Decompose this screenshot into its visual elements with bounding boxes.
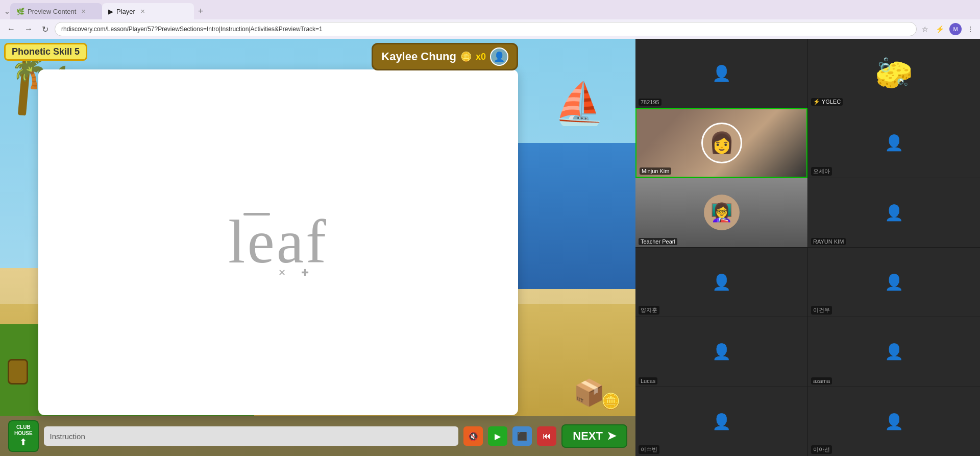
mute-icon: 🔇 (468, 431, 478, 441)
user-name-display: Kaylee Chung (381, 50, 456, 63)
participant-name-minjun: Minjun Kim (640, 167, 671, 175)
participant-cell-leeahsun: 👤 이아선 (808, 387, 980, 456)
participant-name-782195: 782195 (639, 99, 662, 106)
participant-name-leeshubin: 이슈빈 (639, 445, 659, 454)
participant-avatar-yangjihun: 👤 (712, 273, 731, 291)
participant-name-lucas: Lucas (639, 377, 657, 385)
phonetic-skill-label: Phonetic Skill 5 (12, 46, 80, 57)
tab-favicon-1: 🌿 (16, 8, 24, 15)
nav-bar: ← → ↻ ☆ ⚡ M ⋮ (0, 19, 980, 39)
participant-name-azama: azama (811, 377, 832, 385)
participant-cell-yangjihun: 👤 양지훈 (635, 248, 807, 317)
participant-cell-rayun: 👤 RAYUN KIM (808, 178, 980, 247)
pearl-avatar: 👩‍🏫 (704, 195, 740, 230)
treasure-chest: 📦 (573, 378, 605, 407)
next-label: NEXT (573, 429, 603, 443)
next-button[interactable]: NEXT ➤ (561, 424, 627, 448)
tab-close-2[interactable]: ✕ (140, 8, 145, 15)
play-icon: ▶ (495, 431, 501, 441)
clubhouse-label: CLUBHOUSE (14, 424, 33, 437)
participant-avatar-leeahsun: 👤 (885, 413, 903, 430)
tab-label-1: Preview Content (28, 8, 76, 15)
stop-icon: ⬛ (517, 431, 527, 441)
participant-cell-teacher-pearl: 👩‍🏫 Teacher Pearl (635, 178, 807, 247)
main-layout: 🌴 🌴 ⛵ 🏴‍☠️ 🪣 📦 🪙 Phonetic Skill 5 (0, 39, 980, 456)
participant-name-leeahsun: 이아선 (811, 445, 832, 454)
word-text: leaf (228, 207, 328, 277)
participant-name-pearl: Teacher Pearl (639, 238, 677, 245)
tab-label-2: Player (116, 8, 135, 15)
word-display: leaf ✕ ✚ (228, 207, 328, 278)
forward-button[interactable]: → (21, 23, 36, 35)
bottom-control-bar: CLUBHOUSE ⬆ Instruction 🔇 ▶ ⬛ ⏮ NEX (0, 416, 635, 456)
tab-favicon-2: ▶ (108, 8, 113, 15)
participant-cell-leegunu: 👤 이건우 (808, 248, 980, 317)
participants-sidebar: 👤 782195 🧽 ⚡ YGLEC 👩 Minjun Kim 👤 오세아 👩‍… (635, 39, 980, 456)
participant-cell-yglec: 🧽 ⚡ YGLEC (808, 39, 980, 108)
phonetic-skill-banner: Phonetic Skill 5 (4, 43, 87, 61)
tab-list-btn[interactable]: ⌄ (4, 7, 10, 15)
ship: ⛵ (554, 80, 605, 128)
next-arrow-icon: ➤ (607, 429, 616, 443)
home-arrow-icon: ⬆ (19, 437, 27, 448)
window-controls-left: ⌄ (0, 7, 10, 15)
participant-avatar-782195: 👤 (712, 64, 731, 82)
participant-avatar-rayun: 👤 (885, 204, 903, 222)
coin-count: x0 (476, 52, 486, 62)
participant-cell-leeshubin: 👤 이슈빈 (635, 387, 807, 456)
address-bar[interactable] (55, 22, 917, 36)
tab-active[interactable]: ▶ Player ✕ (102, 3, 194, 19)
avatar-circle: 👤 (490, 47, 508, 66)
participant-name-rayun: RAYUN KIM (811, 238, 846, 245)
participant-avatar-leegunu: 👤 (885, 273, 903, 291)
user-badge: Kaylee Chung 🪙 x0 👤 (372, 43, 518, 70)
stop-button[interactable]: ⬛ (512, 426, 532, 446)
lesson-content: 🌴 🌴 ⛵ 🏴‍☠️ 🪣 📦 🪙 Phonetic Skill 5 (0, 39, 635, 456)
participant-cell-782195: 👤 782195 (635, 39, 807, 108)
tab-close-1[interactable]: ✕ (81, 8, 86, 15)
main-content-card: leaf ✕ ✚ (38, 69, 518, 415)
macron-mark (243, 213, 270, 215)
participant-cell-minjun: 👩 Minjun Kim (635, 108, 807, 177)
participant-cell-osea: 👤 오세아 (808, 108, 980, 177)
participant-avatar-osea: 👤 (885, 134, 903, 152)
mute-button[interactable]: 🔇 (463, 426, 483, 446)
bookmark-button[interactable]: ☆ (920, 24, 930, 34)
participant-name-yangjihun: 양지훈 (639, 306, 659, 315)
gold-pile: 🪙 (601, 392, 620, 410)
participant-cell-azama: 👤 azama (808, 317, 980, 386)
profile-icon[interactable]: M (949, 23, 962, 35)
teacher-video-feed: 👩 (636, 109, 806, 176)
coin-icon: 🪙 (460, 51, 472, 62)
rewind-button[interactable]: ⏮ (537, 426, 556, 446)
palm-tree-left: 🌴 (10, 54, 29, 115)
barrel-left (8, 359, 28, 385)
spongebob-avatar: 🧽 (875, 55, 913, 91)
refresh-button[interactable]: ↻ (39, 23, 52, 35)
participant-cell-lucas: 👤 Lucas (635, 317, 807, 386)
play-button[interactable]: ▶ (488, 426, 507, 446)
participant-avatar-lucas: 👤 (712, 343, 731, 361)
teacher-pearl-video: 👩‍🏫 (635, 178, 807, 247)
participant-avatar-leeshubin: 👤 (712, 413, 731, 430)
rewind-icon: ⏮ (543, 431, 551, 441)
instruction-bar: Instruction (44, 426, 459, 446)
extensions-button[interactable]: ⚡ (934, 24, 946, 34)
participant-name-yglec: ⚡ YGLEC (811, 98, 843, 106)
clubhouse-button[interactable]: CLUBHOUSE ⬆ (8, 420, 39, 452)
participant-avatar-azama: 👤 (885, 343, 903, 361)
new-tab-button[interactable]: + (194, 6, 208, 17)
instruction-label: Instruction (50, 432, 85, 441)
back-button[interactable]: ← (4, 23, 18, 35)
participant-name-osea: 오세아 (811, 167, 832, 176)
tab-bar: ⌄ 🌿 Preview Content ✕ ▶ Player ✕ + (0, 0, 980, 19)
tab-inactive[interactable]: 🌿 Preview Content ✕ (10, 3, 102, 19)
teacher-avatar-img: 👩 (701, 123, 742, 163)
participant-name-leegunu: 이건우 (811, 306, 832, 315)
browser-chrome: ⌄ 🌿 Preview Content ✕ ▶ Player ✕ + ← → ↻… (0, 0, 980, 39)
menu-button[interactable]: ⋮ (965, 24, 976, 34)
